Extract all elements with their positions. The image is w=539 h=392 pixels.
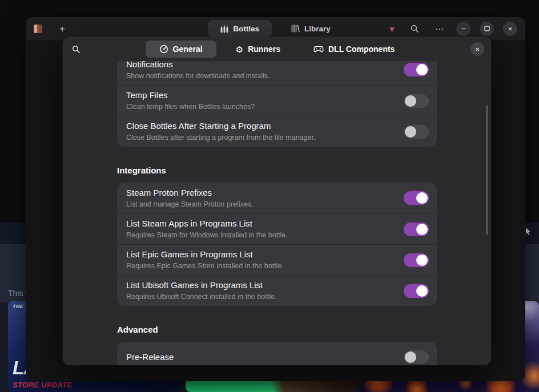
close-icon: × [475, 46, 480, 53]
toggle-knob [416, 224, 428, 235]
dialog-tab-runners[interactable]: ⚙ Runners [222, 41, 294, 58]
toggle-switch[interactable] [404, 191, 429, 205]
settings-row-texts: Steam Proton Prefixes List and manage St… [126, 187, 395, 209]
close-window-button[interactable]: × [503, 22, 517, 36]
settings-row-texts: Close Bottles After Starting a Program C… [126, 120, 395, 143]
settings-row-texts: Temp Files Clean temp files when Bottles… [126, 90, 395, 112]
bottles-icon [220, 25, 228, 33]
preferences-scroll-area: Notifications Show notifications for dow… [63, 61, 491, 365]
search-icon [411, 25, 419, 33]
settings-row[interactable]: Close Bottles After Starting a Program C… [117, 116, 437, 147]
section-heading-advanced: Advanced [117, 325, 437, 334]
dialog-tab-dll[interactable]: DLL Components [300, 41, 408, 58]
close-icon: × [508, 25, 513, 33]
settings-row-title: List Ubisoft Games in Programs List [126, 280, 395, 291]
window-tab-bar: + Bottles [26, 17, 525, 40]
gamepad-icon [313, 46, 324, 53]
search-icon [72, 45, 81, 54]
plus-icon: + [59, 23, 65, 34]
tab-library[interactable]: Library [279, 20, 343, 37]
dialog-header: General ⚙ Runners DLL Components × [63, 37, 491, 61]
toggle-switch[interactable] [404, 253, 429, 267]
settings-row-title: Temp Files [126, 90, 395, 101]
store-banner-tagline: STORE UPDATE [13, 381, 72, 389]
general-settings-icon [159, 45, 168, 54]
bottles-app-icon[interactable] [34, 25, 42, 33]
toggle-switch[interactable] [404, 125, 429, 139]
screen: This w THE FIN LA STORE UPDATE + [0, 0, 539, 392]
runners-gear-icon: ⚙ [236, 45, 243, 54]
settings-row-subtitle: Requires Epic Games Store installed in t… [126, 261, 395, 271]
dialog-search-button[interactable] [70, 43, 83, 56]
toggle-knob [405, 351, 416, 363]
search-button[interactable] [407, 22, 423, 35]
settings-row-title: List Epic Games in Programs List [126, 249, 395, 260]
settings-row[interactable]: List Ubisoft Games in Programs List Requ… [117, 275, 437, 306]
toggle-knob [405, 126, 416, 138]
settings-row-subtitle: Close Bottles after starting a program f… [126, 133, 395, 143]
dialog-tab-general-label: General [173, 45, 203, 54]
toggle-knob [416, 285, 428, 297]
toggle-knob [416, 64, 428, 75]
dialog-tab-general[interactable]: General [146, 41, 216, 58]
settings-row[interactable]: Notifications Show notifications for dow… [117, 61, 437, 85]
settings-row-subtitle: Clean temp files when Bottles launches? [126, 102, 395, 112]
settings-row-texts: List Steam Apps in Programs List Require… [126, 218, 395, 240]
settings-group-general: Notifications Show notifications for dow… [117, 61, 437, 147]
maximize-icon [484, 26, 490, 31]
settings-row-subtitle: Requires Ubisoft Connect installed in th… [126, 292, 395, 302]
settings-row-subtitle: Show notifications for downloads and ins… [126, 71, 395, 81]
dialog-tab-dll-label: DLL Components [328, 45, 395, 54]
settings-group-advanced: Pre-Release [117, 342, 437, 365]
dialog-close-button[interactable]: × [470, 42, 484, 56]
toggle-switch[interactable] [404, 284, 429, 298]
toggle-switch[interactable] [404, 63, 429, 76]
settings-row[interactable]: Pre-Release [117, 342, 437, 365]
settings-row-title: Notifications [126, 61, 395, 70]
new-tab-button[interactable]: + [56, 22, 69, 36]
settings-row-title: List Steam Apps in Programs List [126, 218, 395, 229]
settings-row-title: Pre-Release [126, 351, 395, 363]
settings-row[interactable]: Steam Proton Prefixes List and manage St… [117, 183, 437, 213]
settings-row-title: Close Bottles After Starting a Program [126, 120, 395, 132]
toggle-switch[interactable] [404, 350, 429, 364]
maximize-button[interactable] [480, 22, 494, 36]
settings-row[interactable]: List Epic Games in Programs List Require… [117, 244, 437, 275]
settings-row-title: Steam Proton Prefixes [126, 187, 395, 199]
settings-group-integrations: Steam Proton Prefixes List and manage St… [117, 183, 437, 306]
preferences-dialog: Notifications Show notifications for dow… [63, 37, 491, 365]
minimize-button[interactable]: − [456, 22, 470, 36]
toggle-knob [416, 254, 428, 266]
dialog-scrollbar[interactable] [486, 105, 488, 235]
tab-bottles[interactable]: Bottles [208, 20, 272, 37]
favorites-button[interactable]: ♥ [386, 22, 398, 35]
heart-icon: ♥ [389, 24, 395, 34]
tab-library-label: Library [304, 25, 331, 33]
toggle-knob [416, 192, 428, 204]
settings-row-texts: List Epic Games in Programs List Require… [126, 249, 395, 271]
ellipsis-icon: ⋯ [435, 24, 444, 34]
minimize-icon: − [461, 25, 466, 33]
settings-row-texts: Pre-Release [126, 351, 395, 363]
settings-row-subtitle: List and manage Steam Proton prefixes. [126, 200, 395, 209]
settings-row-texts: Notifications Show notifications for dow… [126, 61, 395, 81]
settings-row[interactable]: Temp Files Clean temp files when Bottles… [117, 85, 437, 116]
toggle-knob [405, 95, 416, 107]
section-heading-integrations: Integrations [117, 165, 437, 175]
library-icon [291, 25, 300, 33]
dialog-tab-runners-label: Runners [248, 45, 280, 54]
settings-row[interactable]: List Steam Apps in Programs List Require… [117, 213, 437, 244]
tab-bottles-label: Bottles [233, 25, 259, 33]
settings-row-subtitle: Requires Steam for Windows installed in … [126, 231, 395, 240]
toggle-switch[interactable] [404, 223, 429, 236]
menu-button[interactable]: ⋯ [432, 22, 447, 35]
toggle-switch[interactable] [404, 94, 429, 108]
settings-row-texts: List Ubisoft Games in Programs List Requ… [126, 280, 395, 302]
